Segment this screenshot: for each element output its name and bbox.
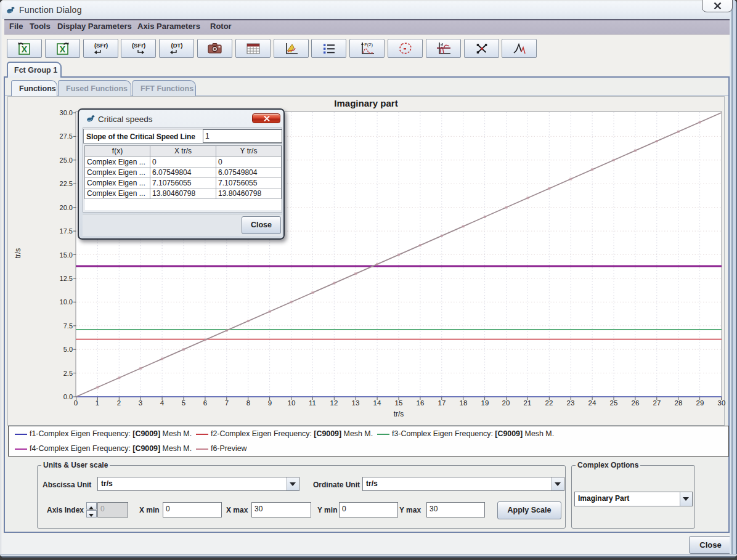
- svg-text:F(2): F(2): [364, 42, 373, 47]
- svg-text:X: X: [21, 44, 27, 54]
- svg-text:(SFr): (SFr): [94, 42, 107, 49]
- svg-text:X: X: [59, 44, 65, 54]
- svg-text:(DT): (DT): [171, 42, 182, 49]
- svg-text:(SFr): (SFr): [131, 42, 145, 49]
